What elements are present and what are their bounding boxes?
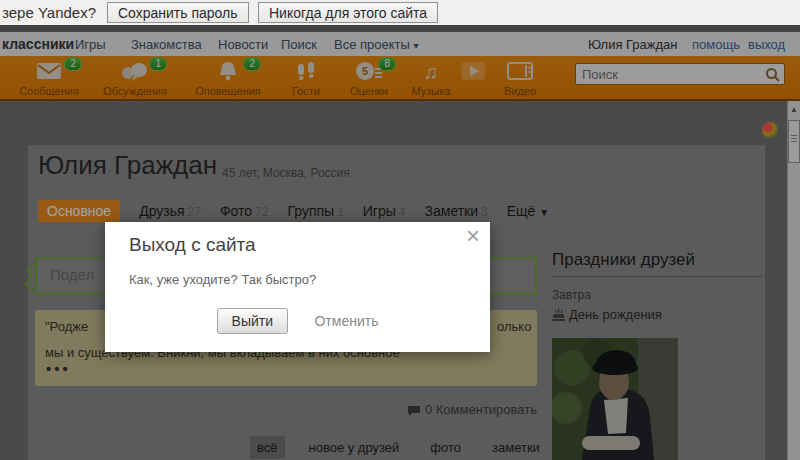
dialog-actions: Выйти Отменить xyxy=(105,308,490,334)
logout-dialog: Выход с сайта Как, уже уходите? Так быст… xyxy=(105,222,490,352)
browser-password-bar: зере Yandex? Сохранить пароль Никогда дл… xyxy=(0,0,800,25)
password-prompt-text: зере Yandex? xyxy=(2,4,96,21)
save-password-button[interactable]: Сохранить пароль xyxy=(107,2,249,23)
logout-confirm-button[interactable]: Выйти xyxy=(217,308,288,334)
close-icon[interactable]: × xyxy=(466,224,480,248)
never-for-site-button[interactable]: Никогда для этого сайта xyxy=(258,2,438,23)
dialog-title: Выход с сайта xyxy=(129,234,256,256)
logout-cancel-link[interactable]: Отменить xyxy=(314,313,378,329)
dialog-message: Как, уже уходите? Так быстро? xyxy=(129,272,316,287)
